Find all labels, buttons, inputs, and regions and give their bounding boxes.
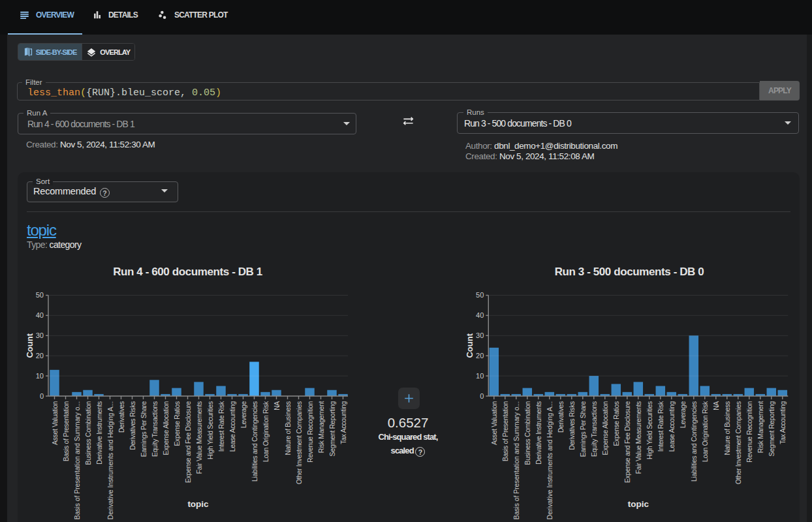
svg-text:Basis of Presentation: Basis of Presentation <box>502 401 509 461</box>
svg-text:10: 10 <box>476 372 484 380</box>
svg-text:Loan Origination Risk: Loan Origination Risk <box>262 401 270 462</box>
svg-text:10: 10 <box>36 372 44 380</box>
svg-text:Lease Accounting: Lease Accounting <box>668 401 676 452</box>
svg-text:Expense Ratios: Expense Ratios <box>613 401 620 446</box>
svg-text:Segment Reporting: Segment Reporting <box>329 401 336 456</box>
svg-text:Other Investment Companies: Other Investment Companies <box>735 401 742 484</box>
svg-text:Expense Allocation: Expense Allocation <box>163 401 170 455</box>
svg-text:Liabilities and Contingencies: Liabilities and Contingencies <box>691 401 698 482</box>
svg-text:Equity Transactions: Equity Transactions <box>151 401 159 457</box>
svg-text:Basis of Presentation and Summ: Basis of Presentation and Summary o... <box>513 401 520 519</box>
svg-text:Derivative Instruments and Hed: Derivative Instruments and Hedging A... <box>107 401 114 519</box>
svg-text:0: 0 <box>480 392 484 400</box>
svg-text:50: 50 <box>476 291 484 299</box>
svg-text:Derivatives Risks: Derivatives Risks <box>129 401 136 450</box>
svg-text:Loan Origination Risk: Loan Origination Risk <box>702 401 709 462</box>
svg-text:topic: topic <box>628 499 649 509</box>
svg-text:Tax Accounting: Tax Accounting <box>779 401 787 444</box>
svg-text:Segment Reporting: Segment Reporting <box>768 401 775 456</box>
svg-text:Interest Rate Risk: Interest Rate Risk <box>218 401 225 452</box>
svg-text:Fair Value Measurements: Fair Value Measurements <box>635 401 642 474</box>
svg-text:40: 40 <box>476 311 484 319</box>
svg-text:Derivative Instruments and Hed: Derivative Instruments and Hedging A... <box>546 401 554 519</box>
svg-text:40: 40 <box>36 311 44 319</box>
svg-text:Leverage: Leverage <box>679 401 687 427</box>
svg-text:Count: Count <box>25 333 35 358</box>
svg-text:NA: NA <box>273 401 281 410</box>
svg-text:Derivatives: Derivatives <box>118 401 125 433</box>
svg-text:Other Investment Companies: Other Investment Companies <box>296 401 303 484</box>
svg-text:Lease Accounting: Lease Accounting <box>229 401 236 452</box>
svg-text:High Yield Securities: High Yield Securities <box>207 401 214 459</box>
svg-text:0: 0 <box>40 392 44 400</box>
svg-text:Revenue Recognition: Revenue Recognition <box>307 401 314 462</box>
svg-text:Run 4 - 600 documents - DB 1: Run 4 - 600 documents - DB 1 <box>113 266 262 278</box>
svg-text:Leverage: Leverage <box>240 401 247 427</box>
svg-text:Basis of Presentation: Basis of Presentation <box>63 401 70 461</box>
svg-text:20: 20 <box>36 352 44 360</box>
svg-text:Count: Count <box>465 333 475 358</box>
svg-text:30: 30 <box>476 331 484 339</box>
svg-text:Asset Valuation: Asset Valuation <box>491 401 498 444</box>
svg-text:Expense and Fee Disclosure: Expense and Fee Disclosure <box>624 401 631 483</box>
svg-text:Risk Management: Risk Management <box>757 401 764 453</box>
svg-text:Business Combination: Business Combination <box>524 401 531 465</box>
svg-text:High Yield Securities: High Yield Securities <box>646 401 653 459</box>
svg-text:Fair Value Measurements: Fair Value Measurements <box>196 401 203 474</box>
svg-text:Risk Management: Risk Management <box>318 401 325 453</box>
svg-text:30: 30 <box>36 331 44 339</box>
svg-text:Business Combination: Business Combination <box>85 401 92 465</box>
svg-text:Expense Allocation: Expense Allocation <box>602 401 609 455</box>
svg-text:Interest Rate Risk: Interest Rate Risk <box>657 401 664 452</box>
svg-text:Tax Accounting: Tax Accounting <box>340 401 347 444</box>
svg-text:Derivative Instruments: Derivative Instruments <box>535 401 542 465</box>
svg-text:20: 20 <box>476 352 484 360</box>
svg-text:Earnings Per Share: Earnings Per Share <box>140 401 148 457</box>
svg-text:Asset Valuation: Asset Valuation <box>52 401 59 444</box>
svg-text:topic: topic <box>187 499 209 509</box>
svg-text:NA: NA <box>713 401 720 410</box>
svg-text:50: 50 <box>36 291 44 299</box>
svg-text:Liabilities and Contingencies: Liabilities and Contingencies <box>251 401 258 482</box>
svg-text:Derivatives: Derivatives <box>557 401 565 433</box>
svg-text:Derivatives Risks: Derivatives Risks <box>569 401 576 450</box>
svg-text:Expense Ratios: Expense Ratios <box>174 401 181 446</box>
svg-text:Derivative Instruments: Derivative Instruments <box>96 401 103 465</box>
svg-text:Run 3 - 500 documents - DB 0: Run 3 - 500 documents - DB 0 <box>555 266 704 278</box>
svg-text:Revenue Recognition: Revenue Recognition <box>746 401 753 462</box>
svg-text:Basis of Presentation and Summ: Basis of Presentation and Summary o... <box>74 401 81 519</box>
svg-text:Nature of Business: Nature of Business <box>724 401 731 455</box>
svg-text:Nature of Business: Nature of Business <box>285 401 292 455</box>
svg-text:Equity Transactions: Equity Transactions <box>591 401 598 457</box>
svg-text:Expense and Fee Disclosure: Expense and Fee Disclosure <box>185 401 192 483</box>
svg-text:Earnings Per Share: Earnings Per Share <box>580 401 587 457</box>
